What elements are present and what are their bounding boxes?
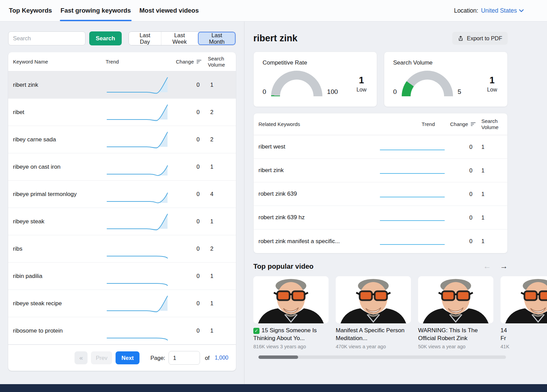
top-videos-title: Top popular video (253, 262, 313, 270)
related-keyword-row[interactable]: ribert west 0 1 (254, 135, 507, 159)
trend-sparkline (106, 184, 169, 205)
trend-sparkline (106, 102, 169, 123)
related-keyword-row[interactable]: robert zink 639 0 1 (254, 182, 507, 206)
trend-sparkline (106, 266, 169, 287)
column-header-keyword: Keyword Name (13, 59, 106, 65)
gauge-card: Competitive Rate 0 100 1 Low (253, 52, 377, 107)
column-header-trend: Trend (106, 59, 169, 65)
video-title-text: 15 Signs Someone Is Thinking About Yo... (253, 327, 317, 341)
related-trend-sparkline (378, 139, 446, 154)
nav-tab-label: Most viewed videos (139, 7, 199, 14)
keyword-name: ribosome to protein (13, 327, 106, 334)
carousel-next-icon[interactable]: → (500, 262, 508, 271)
carousel-scrollbar-track[interactable] (258, 355, 506, 359)
time-filter-button[interactable]: Last Week (161, 32, 198, 45)
keyword-name: ribeye on cast iron (13, 164, 106, 170)
page-label: Page: (150, 355, 165, 361)
video-title-text: Manifest A Specific Person Meditation... (336, 327, 404, 341)
nav-tab-label: Top Keywords (9, 7, 52, 14)
search-volume-value: 4 (202, 191, 231, 197)
trend-sparkline (106, 74, 169, 96)
related-keyword-row[interactable]: robert zink manifest a specific... 0 1 (254, 229, 507, 253)
search-volume-value: 1 (202, 273, 231, 279)
search-input[interactable] (8, 31, 85, 45)
prev-page-button[interactable]: Prev (91, 351, 112, 364)
nav-tab[interactable]: Fast growing keywords (60, 0, 132, 21)
keyword-name: ribey carne sada (13, 136, 106, 143)
gauge-max-label: 100 (327, 88, 338, 96)
related-volume-value: 1 (476, 167, 503, 174)
keyword-table-row[interactable]: ribeye steak recipe 0 1 (8, 290, 236, 317)
keyword-name: ribeye steak recipe (13, 300, 106, 307)
gauge-min-label: 0 (393, 88, 397, 96)
keyword-table-row[interactable]: ribeye primal termonlogy 0 4 (8, 181, 236, 208)
time-filter-button[interactable]: Last Day (129, 32, 161, 45)
related-trend-sparkline (378, 210, 446, 225)
video-thumbnail (418, 276, 493, 323)
search-volume-value: 2 (202, 246, 231, 252)
related-keywords-card: Related Keywords Trend Change Search Vol… (253, 113, 508, 253)
related-keyword-row[interactable]: robert zink 639 hz 0 1 (254, 206, 507, 229)
page-of-label: of (205, 355, 210, 361)
location-selector: Location: United States (454, 0, 524, 21)
gauge-value-block: 1 Low (357, 75, 368, 93)
change-value: 0 (169, 136, 202, 143)
gauge-cards: Competitive Rate 0 100 1 Low Search Volu… (253, 52, 508, 107)
presenter-face-illustration (501, 276, 547, 323)
sort-descending-icon[interactable] (196, 59, 202, 64)
keyword-table-row[interactable]: ribeye steak 0 1 (8, 208, 236, 235)
related-change-value: 0 (446, 144, 476, 150)
sort-descending-icon[interactable] (470, 122, 476, 126)
related-keyword-row[interactable]: ribert zink 0 1 (254, 159, 507, 182)
detail-header: ribert zink Export to PDF (253, 32, 508, 45)
video-meta: 816K views 3 years ago (253, 344, 329, 349)
related-change-value: 0 (446, 167, 476, 174)
video-card[interactable]: Manifest A Specific Person Meditation...… (336, 276, 411, 349)
video-title-text: WARNING: This Is The Official Robert Zin… (418, 327, 478, 341)
time-filter-label: Last Day (139, 32, 150, 45)
keyword-name: ribert zink (13, 82, 106, 88)
keyword-table-row[interactable]: ribeye on cast iron 0 1 (8, 153, 236, 181)
top-navigation: Top Keywords Fast growing keywords Most … (0, 0, 547, 22)
keyword-table-row[interactable]: ribosome to protein 0 1 (8, 317, 236, 345)
time-filter-label: Last Month (209, 32, 225, 45)
column-header-volume: Search Volume (202, 56, 231, 68)
time-filter-button[interactable]: Last Month (198, 32, 236, 45)
search-volume-value: 1 (202, 218, 231, 225)
related-keyword-name: robert zink manifest a specific... (258, 238, 378, 245)
keyword-research-app: { "header": { "tabs": [ {"label": "Top K… (0, 0, 547, 392)
carousel-scrollbar-thumb[interactable] (258, 355, 298, 359)
total-pages-link[interactable]: 1,000 (215, 355, 228, 361)
video-card[interactable]: WARNING: This Is The Official Robert Zin… (418, 276, 493, 349)
related-keyword-name: robert zink 639 (258, 191, 378, 197)
video-card[interactable]: 14 Fr 41K (501, 276, 547, 349)
related-keywords-header: Related Keywords Trend Change Search Vol… (254, 113, 507, 135)
keyword-table-row[interactable]: ribert zink 0 1 (8, 71, 236, 99)
keyword-table-row[interactable]: ribey carne sada 0 2 (8, 126, 236, 153)
related-keyword-name: ribert zink (258, 167, 378, 174)
video-thumbnail (336, 276, 411, 323)
gauge-row: 0 5 1 Low (393, 71, 498, 96)
video-meta: 41K (501, 344, 547, 349)
keyword-table-row[interactable]: ribin padilia 0 1 (8, 263, 236, 290)
export-pdf-button[interactable]: Export to PDF (452, 32, 508, 45)
first-page-button[interactable]: « (75, 351, 88, 364)
search-button[interactable]: Search (89, 31, 122, 45)
carousel-prev-icon[interactable]: ← (483, 262, 491, 271)
video-card[interactable]: ✓15 Signs Someone Is Thinking About Yo..… (253, 276, 329, 349)
nav-tab[interactable]: Top Keywords (8, 0, 53, 21)
keyword-table-row[interactable]: ribet 0 2 (8, 99, 236, 126)
location-value-dropdown[interactable]: United States (481, 7, 524, 14)
page-number-input[interactable] (169, 351, 200, 365)
bottom-window-bar (0, 384, 547, 392)
check-icon: ✓ (253, 328, 259, 334)
keyword-table-row[interactable]: ribs 0 2 (8, 235, 236, 263)
change-value: 0 (169, 300, 202, 307)
related-volume-value: 1 (476, 144, 503, 150)
nav-tab[interactable]: Most viewed videos (139, 0, 200, 21)
column-header-change-label: Change (176, 59, 194, 65)
gauge-title: Competitive Rate (263, 59, 368, 66)
next-page-button[interactable]: Next (116, 351, 139, 364)
search-volume-value: 2 (202, 109, 231, 115)
video-meta: 470K views a year ago (336, 344, 411, 349)
